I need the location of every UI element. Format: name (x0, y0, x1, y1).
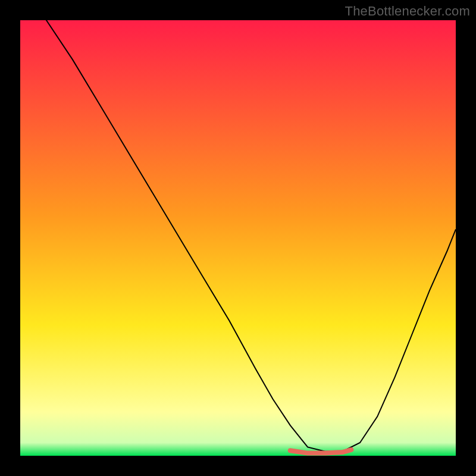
bottleneck-chart (20, 20, 456, 456)
plot-area (20, 20, 456, 456)
chart-frame: TheBottlenecker.com (0, 0, 476, 476)
gradient-background (20, 20, 456, 456)
watermark-text: TheBottlenecker.com (345, 4, 470, 19)
